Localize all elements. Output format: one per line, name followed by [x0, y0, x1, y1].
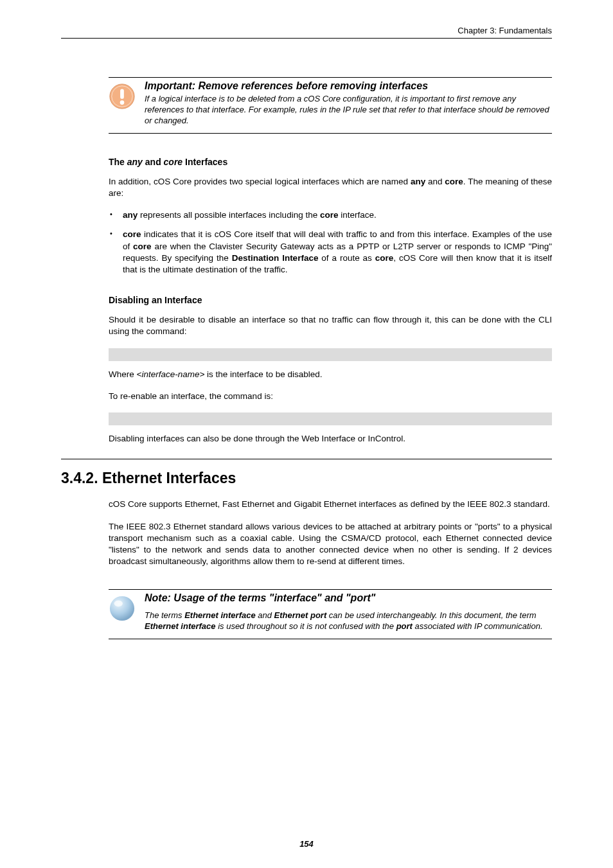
- page-header: Chapter 3: Fundamentals: [61, 26, 552, 39]
- para-disable-2: Where <interface-name> is the interface …: [109, 369, 552, 380]
- section-any-core: The any and core Interfaces In addition,…: [109, 157, 552, 445]
- important-callout: Important: Remove references before remo…: [109, 77, 552, 134]
- svg-rect-2: [120, 89, 124, 99]
- note-text: The terms Ethernet interface and Etherne…: [145, 610, 552, 632]
- para-intro: In addition, cOS Core provides two speci…: [109, 176, 552, 199]
- important-text: If a logical interface is to be deleted …: [145, 94, 552, 127]
- list-item: core indicates that it is cOS Core itsel…: [109, 229, 552, 276]
- section-divider: [61, 459, 552, 459]
- code-block: [109, 412, 552, 425]
- page-number: 154: [0, 839, 613, 849]
- heading-any-core: The any and core Interfaces: [109, 157, 552, 167]
- para-eth-1: cOS Core supports Ethernet, Fast Etherne…: [109, 499, 552, 510]
- para-eth-2: The IEEE 802.3 Ethernet standard allows …: [109, 521, 552, 568]
- bullet-list: any represents all possible interfaces i…: [109, 209, 552, 276]
- chapter-label: Chapter 3: Fundamentals: [458, 26, 552, 35]
- svg-point-4: [110, 596, 134, 621]
- svg-point-3: [120, 100, 125, 105]
- important-title: Important: Remove references before remo…: [145, 80, 552, 92]
- svg-point-5: [114, 601, 123, 607]
- note-icon: [109, 595, 138, 624]
- section-ethernet: cOS Core supports Ethernet, Fast Etherne…: [109, 499, 552, 639]
- list-item: any represents all possible interfaces i…: [109, 209, 552, 221]
- para-disable-3: To re-enable an interface, the command i…: [109, 391, 552, 402]
- important-icon: [109, 83, 138, 112]
- para-disable-4: Disabling interfaces can also be done th…: [109, 433, 552, 445]
- heading-disabling: Disabling an Interface: [109, 295, 552, 305]
- code-block: [109, 348, 552, 361]
- note-callout: Note: Usage of the terms "interface" and…: [109, 589, 552, 639]
- heading-ethernet: 3.4.2. Ethernet Interfaces: [61, 470, 552, 487]
- para-disable-1: Should it be desirable to disable an int…: [109, 314, 552, 337]
- note-title: Note: Usage of the terms "interface" and…: [145, 592, 552, 604]
